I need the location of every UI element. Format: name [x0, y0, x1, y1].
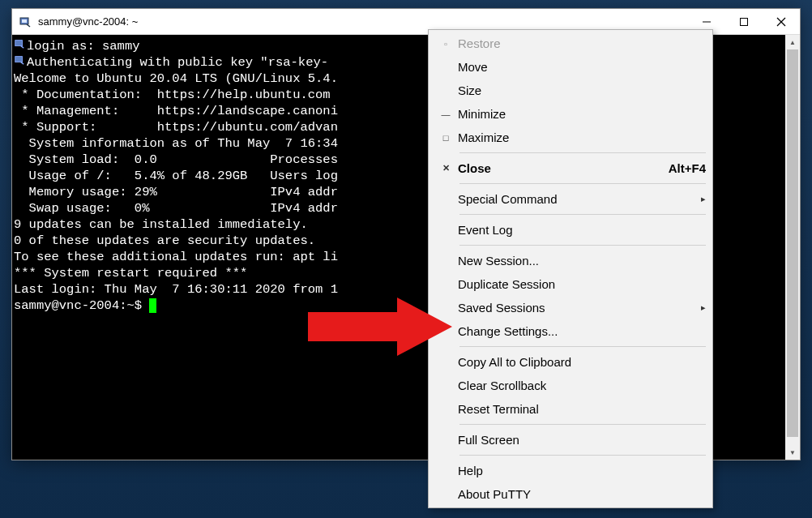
putty-icon: [19, 15, 32, 28]
annotation-arrow: [300, 296, 462, 369]
menu-separator: [459, 214, 706, 215]
menu-item-change-settings[interactable]: Change Settings...: [429, 319, 712, 343]
menu-separator: [459, 424, 706, 425]
menu-label: Clear Scrollback: [458, 379, 706, 392]
close-button[interactable]: [763, 9, 800, 35]
menu-item-special-command[interactable]: Special Command▸: [429, 187, 712, 211]
menu-label: Full Screen: [458, 433, 706, 447]
submenu-arrow-icon: ▸: [693, 194, 706, 204]
menu-label: About PuTTY: [458, 487, 706, 501]
menu-label: Restore: [458, 36, 706, 50]
menu-item-about[interactable]: About PuTTY: [429, 482, 712, 506]
scroll-up-arrow[interactable]: ▲: [785, 35, 800, 49]
menu-item-copy-all[interactable]: Copy All to Clipboard: [429, 350, 712, 374]
menu-item-clear-scrollback[interactable]: Clear Scrollback: [429, 374, 712, 397]
menu-item-size[interactable]: Size: [429, 79, 712, 102]
maximize-button[interactable]: [725, 9, 763, 35]
menu-item-minimize[interactable]: —Minimize: [429, 102, 712, 126]
restore-icon: ▫: [434, 39, 458, 49]
svg-rect-1: [22, 19, 27, 23]
menu-label: Saved Sessions: [458, 301, 693, 315]
menu-item-duplicate-session[interactable]: Duplicate Session: [429, 272, 712, 296]
menu-separator: [459, 152, 706, 153]
menu-item-move[interactable]: Move: [429, 55, 712, 79]
svg-rect-7: [15, 41, 23, 46]
menu-label: Maximize: [458, 131, 706, 144]
menu-separator: [459, 245, 706, 246]
menu-label: Copy All to Clipboard: [458, 355, 706, 369]
scroll-down-arrow[interactable]: ▼: [785, 445, 800, 460]
menu-separator: [459, 346, 706, 347]
cursor: [149, 298, 156, 313]
menu-label: Reset Terminal: [458, 402, 706, 416]
menu-label: New Session...: [458, 254, 706, 268]
menu-item-maximize[interactable]: □Maximize: [429, 126, 712, 149]
scroll-thumb[interactable]: [787, 49, 798, 437]
menu-item-restore: ▫Restore: [429, 32, 712, 55]
menu-label: Help: [458, 464, 706, 477]
submenu-arrow-icon: ▸: [693, 302, 706, 313]
menu-shortcut: Alt+F4: [669, 161, 706, 175]
menu-separator: [459, 455, 706, 456]
menu-label: Change Settings...: [458, 324, 706, 338]
menu-label: Close: [458, 161, 669, 175]
svg-marker-12: [308, 298, 452, 356]
menu-item-new-session[interactable]: New Session...: [429, 249, 712, 272]
menu-label: Move: [458, 60, 706, 74]
terminal-scrollbar[interactable]: ▲ ▼: [785, 35, 800, 460]
menu-label: Size: [458, 83, 706, 97]
menu-item-saved-sessions[interactable]: Saved Sessions▸: [429, 296, 712, 319]
svg-rect-9: [15, 57, 23, 62]
minimize-icon: —: [434, 109, 458, 119]
close-icon: ✕: [434, 163, 458, 173]
menu-label: Event Log: [458, 223, 706, 237]
svg-rect-4: [741, 19, 748, 26]
menu-label: Minimize: [458, 107, 706, 121]
menu-item-close[interactable]: ✕CloseAlt+F4: [429, 156, 712, 180]
menu-separator: [459, 183, 706, 184]
menu-label: Duplicate Session: [458, 277, 706, 291]
menu-item-reset-terminal[interactable]: Reset Terminal: [429, 397, 712, 421]
menu-item-full-screen[interactable]: Full Screen: [429, 428, 712, 452]
menu-label: Special Command: [458, 192, 693, 206]
maximize-icon: □: [434, 133, 458, 143]
system-context-menu: ▫RestoreMoveSize—Minimize□Maximize✕Close…: [428, 29, 713, 508]
menu-item-help[interactable]: Help: [429, 459, 712, 482]
window-title: sammy@vnc-2004: ~: [38, 15, 688, 28]
menu-item-event-log[interactable]: Event Log: [429, 218, 712, 242]
